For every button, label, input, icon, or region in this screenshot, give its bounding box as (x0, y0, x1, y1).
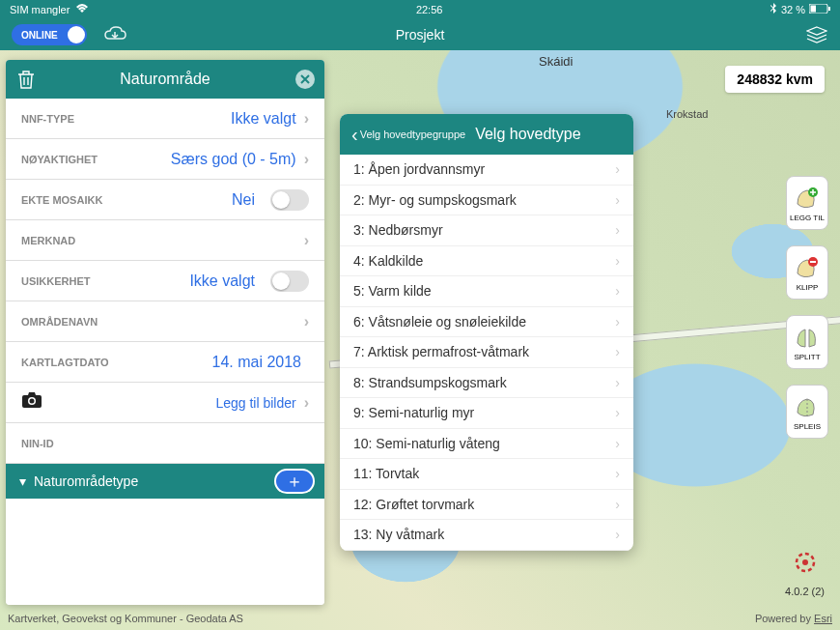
row-value: Nei (232, 191, 255, 209)
tool-clip-button[interactable]: KLIPP (786, 245, 828, 300)
clock: 22:56 (416, 4, 443, 15)
chevron-right-icon: › (615, 527, 620, 542)
row-label: NNF-TYPE (21, 113, 74, 125)
type-picker: ‹ Velg hovedtypegruppe Velg hovedtype 1:… (340, 114, 633, 551)
row-nnf-type[interactable]: NNF-TYPE Ikke valgt › (6, 99, 324, 139)
tool-add-button[interactable]: LEGG TIL (786, 176, 828, 230)
picker-item-label: 13: Ny våtmark (353, 527, 444, 542)
tool-label: KLIPP (797, 283, 819, 292)
tool-label: LEGG TIL (790, 214, 825, 222)
close-icon[interactable] (295, 70, 315, 89)
picker-item-label: 8: Strandsumpskogsmark (353, 375, 507, 390)
esri-link[interactable]: Esri (814, 613, 832, 624)
tool-split-button[interactable]: SPLITT (786, 315, 828, 369)
chevron-right-icon: › (615, 222, 620, 238)
row-noyaktighet[interactable]: NØYAKTIGHET Særs god (0 - 5m) › (6, 139, 324, 180)
map-label-krokstad: Krokstad (666, 108, 708, 120)
row-value: Ikke valgt (231, 110, 296, 128)
chevron-down-icon: ▾ (19, 473, 26, 489)
online-label: ONLINE (21, 30, 58, 41)
section-naturomradetype[interactable]: ▾ Naturområdetype ＋ (6, 464, 324, 499)
picker-back-button[interactable]: ‹ Velg hovedtypegruppe (351, 125, 465, 144)
chevron-right-icon: › (304, 313, 309, 330)
picker-item[interactable]: 10: Semi-naturlig våteng› (340, 429, 633, 460)
picker-item[interactable]: 7: Arktisk permafrost-våtmark› (340, 337, 633, 368)
picker-item[interactable]: 11: Torvtak› (340, 459, 633, 490)
panel-header: Naturområde (6, 60, 324, 99)
row-label: MERKNAD (21, 235, 75, 246)
chevron-right-icon: › (615, 161, 620, 177)
row-value: Ikke valgt (189, 272, 255, 290)
chevron-right-icon: › (615, 375, 620, 390)
carrier-text: SIM mangler (10, 4, 70, 15)
chevron-right-icon: › (304, 232, 309, 249)
row-value: 14. mai 2018 (211, 354, 301, 371)
right-tools: LEGG TIL KLIPP SPLITT SPLEIS (786, 176, 828, 439)
row-kartlagtdato[interactable]: KARTLAGTDATO 14. mai 2018 (6, 342, 324, 383)
chevron-right-icon: › (615, 405, 620, 420)
polygon-add-icon (794, 185, 821, 212)
row-nin-id[interactable]: NIN-ID (6, 423, 324, 464)
row-value: Særs god (0 - 5m) (171, 151, 296, 168)
chevron-right-icon: › (304, 394, 309, 412)
chevron-left-icon: ‹ (351, 125, 358, 144)
picker-item[interactable]: 1: Åpen jordvannsmyr› (340, 155, 633, 186)
cloud-download-button[interactable] (100, 23, 129, 46)
picker-item[interactable]: 8: Strandsumpskogsmark› (340, 368, 633, 399)
row-label: NØYAKTIGHET (21, 154, 98, 165)
picker-item[interactable]: 6: Våtsnøleie og snøleiekilde› (340, 307, 633, 338)
row-ekte-mosaikk[interactable]: EKTE MOSAIKK Nei (6, 180, 324, 220)
layers-button[interactable] (805, 23, 828, 46)
polygon-merge-icon (794, 393, 821, 420)
gps-icon[interactable] (794, 551, 817, 578)
project-title[interactable]: Prosjekt (396, 27, 445, 43)
svg-point-7 (802, 559, 808, 565)
area-badge: 248832 kvm (725, 66, 825, 93)
picker-item[interactable]: 13: Ny våtmark› (340, 520, 633, 551)
add-type-button[interactable]: ＋ (274, 469, 315, 494)
row-usikkerhet[interactable]: USIKKERHET Ikke valgt (6, 261, 324, 301)
toggle-off[interactable] (270, 189, 309, 211)
picker-list[interactable]: 1: Åpen jordvannsmyr›2: Myr- og sumpskog… (340, 155, 633, 551)
row-add-photos[interactable]: Legg til bilder › (6, 383, 324, 423)
picker-item[interactable]: 12: Grøftet torvmark› (340, 490, 633, 521)
picker-item-label: 7: Arktisk permafrost-våtmark (353, 344, 529, 359)
tool-merge-button[interactable]: SPLEIS (786, 385, 828, 439)
picker-item[interactable]: 5: Varm kilde› (340, 276, 633, 307)
section-title: Naturområdetype (34, 473, 138, 489)
online-toggle[interactable]: ONLINE (12, 24, 87, 45)
row-label: EKTE MOSAIKK (21, 194, 102, 206)
picker-item-label: 10: Semi-naturlig våteng (353, 436, 500, 451)
row-omradenavn[interactable]: OMRÅDENAVN › (6, 301, 324, 342)
map-label-skaidi: Skáidi (539, 54, 573, 69)
picker-item[interactable]: 2: Myr- og sumpskogsmark› (340, 186, 633, 216)
picker-item-label: 4: Kaldkilde (353, 253, 423, 269)
chevron-right-icon: › (615, 497, 620, 512)
picker-item-label: 6: Våtsnøleie og snøleiekilde (353, 314, 526, 329)
row-label: NIN-ID (21, 438, 54, 449)
chevron-right-icon: › (615, 466, 620, 481)
toggle-off[interactable] (270, 271, 309, 292)
powered-by: Powered by Esri (755, 613, 832, 624)
delete-icon[interactable] (17, 70, 35, 93)
row-label: USIKKERHET (21, 275, 91, 287)
status-bar: SIM mangler 22:56 32 % (0, 0, 840, 19)
version-text: 4.0.2 (2) (785, 586, 825, 597)
picker-header: ‹ Velg hovedtypegruppe Velg hovedtype (340, 114, 633, 155)
row-merknad[interactable]: MERKNAD › (6, 220, 324, 261)
picker-item-label: 5: Varm kilde (353, 283, 432, 299)
picker-item[interactable]: 3: Nedbørsmyr› (340, 215, 633, 246)
row-value: Legg til bilder (215, 395, 295, 411)
chevron-right-icon: › (304, 110, 309, 128)
chevron-right-icon: › (615, 192, 620, 208)
battery-text: 32 % (781, 4, 805, 15)
bluetooth-icon (770, 3, 777, 16)
picker-item-label: 1: Åpen jordvannsmyr (353, 161, 485, 177)
svg-rect-5 (810, 261, 816, 263)
picker-item-label: 3: Nedbørsmyr (353, 222, 443, 238)
picker-item[interactable]: 9: Semi-naturlig myr› (340, 398, 633, 429)
chevron-right-icon: › (615, 436, 620, 451)
picker-item-label: 9: Semi-naturlig myr (353, 405, 474, 420)
picker-item[interactable]: 4: Kaldkilde› (340, 246, 633, 277)
picker-item-label: 12: Grøftet torvmark (353, 497, 474, 512)
